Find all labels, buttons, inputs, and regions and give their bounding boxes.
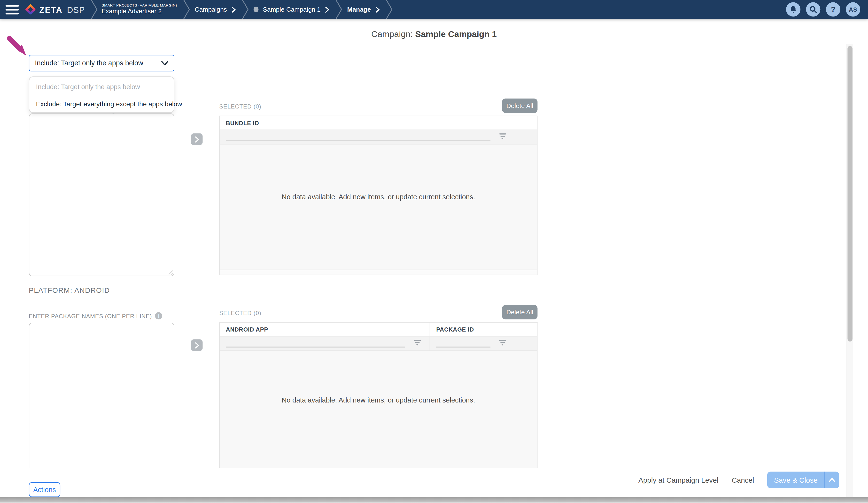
android-grid-header: ANDROID APP PACKAGE ID [220, 323, 537, 337]
brand-logo[interactable]: ZETA DSP [25, 4, 85, 14]
package-names-textarea[interactable] [29, 323, 174, 468]
cancel-button[interactable]: Cancel [732, 476, 754, 484]
breadcrumb-advertiser[interactable]: SMART PROJECTS (VARIABLE MARGIN) Example… [102, 4, 177, 15]
bundle-grid: BUNDLE ID No data available. Add new ite… [219, 116, 537, 275]
android-grid-filter-row [220, 337, 537, 351]
package-label-row: ENTER PACKAGE NAMES (ONE PER LINE) i [29, 312, 163, 319]
column-header-package-id[interactable]: PACKAGE ID [430, 323, 515, 336]
targeting-mode-dropdown: Include: Target only the apps below Excl… [29, 76, 174, 113]
annotation-arrow-icon [7, 35, 30, 59]
breadcrumb-separator-icon [385, 0, 393, 19]
info-icon[interactable]: i [155, 312, 163, 319]
transfer-right-icon [195, 136, 199, 142]
targeting-mode-select[interactable]: Include: Target only the apps below [29, 55, 174, 71]
filter-icon[interactable] [499, 133, 506, 141]
android-app-filter-cell [220, 337, 430, 350]
save-close-button[interactable]: Save & Close [767, 472, 824, 488]
dropdown-option-include[interactable]: Include: Target only the apps below [36, 83, 169, 91]
actions-button[interactable]: Actions [29, 482, 60, 497]
targeting-mode-value: Include: Target only the apps below [35, 59, 161, 67]
brand-dsp-text: DSP [67, 4, 85, 14]
transfer-right-icon [195, 342, 199, 348]
add-bundle-ids-button[interactable] [191, 133, 203, 145]
bundle-grid-footer [220, 269, 537, 275]
bundle-grid-filter-row [220, 130, 537, 144]
android-empty-message: No data available. Add new items, or upd… [220, 396, 537, 404]
breadcrumb-campaign-label: Sample Campaign 1 [263, 6, 321, 13]
chevron-up-icon [829, 478, 835, 482]
package-id-filter-cell [430, 337, 515, 350]
page-title: Campaign: Sample Campaign 1 [0, 29, 868, 39]
android-grid: ANDROID APP PACKAGE ID No data available… [219, 322, 537, 468]
breadcrumb-campaign[interactable]: Sample Campaign 1 [254, 6, 330, 13]
breadcrumb-manage-label: Manage [347, 6, 371, 13]
avatar[interactable]: AS [846, 2, 860, 17]
column-header-bundle-id[interactable]: BUNDLE ID [220, 116, 515, 130]
bell-icon [789, 5, 797, 13]
help-icon: ? [831, 5, 836, 14]
avatar-initials: AS [849, 6, 857, 13]
zeta-logo-icon [25, 4, 35, 14]
menu-icon[interactable] [6, 4, 19, 14]
breadcrumb-manage[interactable]: Manage [347, 6, 380, 13]
chevron-down-icon [161, 61, 168, 65]
bundle-empty-message: No data available. Add new items, or upd… [220, 193, 537, 201]
bundle-grid-header: BUNDLE ID [220, 116, 537, 130]
campaign-status-dot-icon [254, 7, 259, 12]
app-root: ZETA DSP SMART PROJECTS (VARIABLE MARGIN… [0, 0, 868, 503]
chevron-right-icon [325, 6, 329, 12]
android-app-filter-input[interactable] [226, 347, 405, 348]
vertical-scrollbar-track[interactable] [846, 44, 853, 497]
dropdown-option-exclude[interactable]: Exclude: Target everything except the ap… [36, 100, 169, 108]
horizontal-scrollbar[interactable] [0, 497, 868, 503]
save-close-split-button: Save & Close [767, 472, 839, 488]
search-button[interactable] [806, 2, 820, 17]
filter-cell-spacer [515, 130, 537, 144]
bundle-selected-count: SELECTED (0) [219, 103, 261, 110]
platform-label: PLATFORM: ANDROID [29, 286, 110, 295]
advertiser-name: Example Advertiser 2 [102, 8, 177, 15]
project-label: SMART PROJECTS (VARIABLE MARGIN) [102, 4, 177, 8]
filter-icon[interactable] [413, 340, 421, 347]
package-names-label: ENTER PACKAGE NAMES (ONE PER LINE) [29, 312, 152, 319]
search-icon [809, 6, 817, 13]
footer-action-bar: Actions Apply at Campaign Level Cancel S… [0, 468, 868, 497]
filter-icon[interactable] [499, 340, 506, 347]
bundle-filter-cell [220, 130, 515, 144]
breadcrumb-separator-icon [241, 0, 249, 19]
android-grid-body: No data available. Add new items, or upd… [220, 351, 537, 468]
chevron-right-icon [231, 6, 236, 12]
apply-at-campaign-level-button[interactable]: Apply at Campaign Level [638, 476, 718, 484]
help-button[interactable]: ? [826, 2, 840, 17]
bundle-delete-all-button[interactable]: Delete All [502, 99, 537, 113]
bundle-ids-textarea[interactable] [29, 114, 174, 276]
package-id-filter-input[interactable] [436, 347, 490, 348]
notifications-button[interactable] [786, 2, 800, 17]
bundle-grid-body: No data available. Add new items, or upd… [220, 145, 537, 270]
save-options-toggle[interactable] [824, 472, 839, 488]
filter-cell-spacer [515, 337, 537, 350]
breadcrumb-separator-icon [183, 0, 190, 19]
footer-right-actions: Apply at Campaign Level Cancel Save & Cl… [638, 472, 839, 488]
column-header-spacer [515, 323, 537, 336]
page-title-campaign-name: Sample Campaign 1 [415, 29, 497, 39]
column-header-android-app[interactable]: ANDROID APP [220, 323, 430, 336]
vertical-scrollbar-thumb[interactable] [847, 46, 852, 342]
bundle-filter-input[interactable] [226, 140, 491, 141]
add-package-names-button[interactable] [191, 339, 203, 351]
navbar-actions: ? AS [786, 2, 868, 17]
top-navbar: ZETA DSP SMART PROJECTS (VARIABLE MARGIN… [0, 0, 868, 19]
android-delete-all-button[interactable]: Delete All [502, 305, 537, 319]
breadcrumb-campaigns[interactable]: Campaigns [195, 6, 236, 13]
breadcrumb-separator-icon [335, 0, 343, 19]
breadcrumb-separator-icon [91, 0, 98, 19]
android-selected-count: SELECTED (0) [219, 309, 261, 316]
chevron-right-icon [375, 6, 380, 12]
breadcrumb-campaigns-label: Campaigns [195, 6, 227, 13]
column-header-spacer [515, 116, 537, 130]
brand-zeta-text: ZETA [39, 4, 62, 14]
